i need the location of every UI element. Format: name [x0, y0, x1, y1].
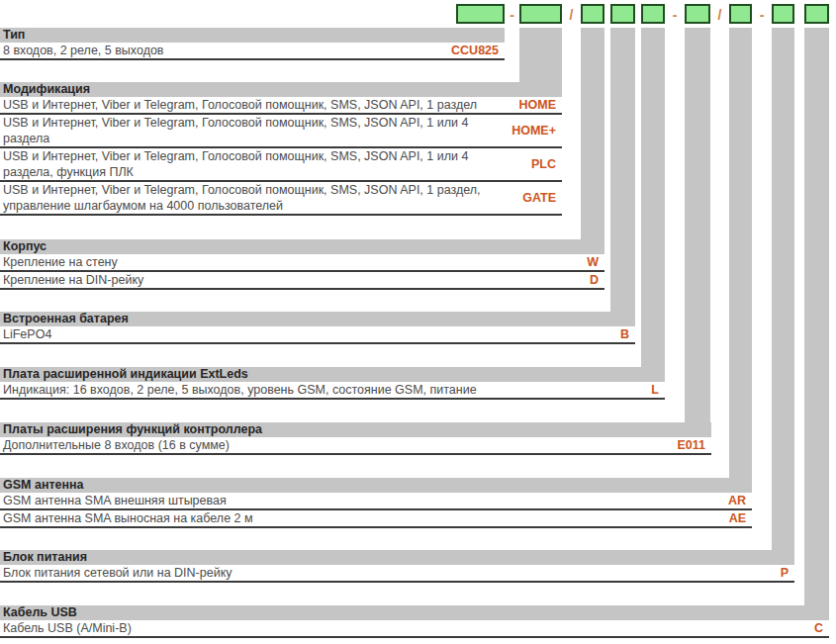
option-row: Блок питания сетевой или на DIN-рейку P	[0, 565, 794, 583]
section-title: Плата расширенной индикации ExtLeds	[0, 367, 665, 382]
section-power: Блок питания Блок питания сетевой или на…	[0, 550, 794, 583]
option-description: GSM антенна SMA внешняя штыревая	[0, 493, 722, 508]
option-row: GSM антенна SMA внешняя штыревая AR	[0, 493, 752, 510]
code-segment-box-enclosure	[581, 4, 604, 24]
section-enclosure: Корпус Крепление на стену W Крепление на…	[0, 239, 604, 290]
connector-column-power	[772, 28, 794, 550]
section-title: GSM антенна	[0, 478, 752, 493]
code-separator: -	[752, 4, 772, 28]
connector-column-expansion	[685, 28, 710, 422]
section-title: Корпус	[0, 239, 604, 254]
section-title: Блок питания	[0, 550, 794, 565]
code-segment-box-type	[456, 4, 505, 24]
code-segment-box-extleds	[641, 4, 665, 24]
option-code: B	[614, 327, 635, 341]
option-description: 8 входов, 2 реле, 5 выходов	[0, 43, 445, 58]
section-type: Тип 8 входов, 2 реле, 5 выходов CCU825	[0, 28, 505, 60]
option-row: Крепление на DIN-рейку D	[0, 272, 604, 290]
option-code: AR	[722, 494, 752, 507]
code-segment-box-expansion	[685, 4, 710, 24]
option-description: USB и Интернет, Viber и Telegram, Голосо…	[0, 148, 525, 180]
option-description: Кабель USB (A/Mini-B)	[0, 620, 808, 636]
option-row: Дополнительные 8 входов (16 в сумме) E01…	[0, 437, 711, 455]
option-code: GATE	[516, 191, 562, 205]
option-code: HOME	[513, 98, 563, 112]
connector-column-modification	[519, 28, 562, 82]
option-code: C	[808, 621, 829, 635]
option-row: USB и Интернет, Viber и Telegram, Голосо…	[0, 148, 562, 182]
option-description: Блок питания сетевой или на DIN-рейку	[0, 565, 775, 581]
option-description: Индикация: 16 входов, 2 реле, 5 выходов,…	[0, 382, 645, 398]
code-segment-box-power	[772, 4, 794, 24]
option-code: L	[645, 383, 665, 397]
code-segment-box-antenna	[729, 4, 752, 24]
option-description: Крепление на DIN-рейку	[0, 272, 584, 288]
option-code: AE	[723, 511, 752, 525]
code-segment-box-modification	[519, 4, 562, 24]
option-description: USB и Интернет, Viber и Telegram, Голосо…	[0, 97, 513, 113]
connector-column-enclosure	[581, 28, 604, 239]
option-code: W	[581, 255, 604, 269]
code-segment-box-usb	[804, 4, 829, 24]
option-description: USB и Интернет, Viber и Telegram, Голосо…	[0, 115, 506, 146]
section-title: Тип	[0, 28, 505, 43]
section-extleds: Плата расширенной индикации ExtLeds Инди…	[0, 367, 665, 400]
connector-column-antenna	[729, 28, 752, 478]
option-description: GSM антенна SMA выносная на кабеле 2 м	[0, 510, 723, 526]
section-modification: Модификация USB и Интернет, Viber и Tele…	[0, 82, 562, 216]
section-antenna: GSM антенна GSM антенна SMA внешняя штыр…	[0, 478, 752, 528]
option-code: E011	[671, 438, 711, 452]
option-row: USB и Интернет, Viber и Telegram, Голосо…	[0, 115, 562, 148]
option-row: Крепление на стену W	[0, 254, 604, 272]
section-title: Кабель USB	[0, 605, 829, 620]
option-description: LiFePO4	[0, 326, 614, 342]
code-segment-box-battery	[610, 4, 635, 24]
option-row: Индикация: 16 входов, 2 реле, 5 выходов,…	[0, 382, 665, 400]
option-description: Дополнительные 8 входов (16 в сумме)	[0, 437, 671, 453]
connector-column-usb	[804, 28, 829, 605]
option-code: D	[584, 273, 604, 287]
option-row: USB и Интернет, Viber и Telegram, Голосо…	[0, 97, 562, 115]
option-row: Кабель USB (A/Mini-B) C	[0, 620, 829, 638]
connector-column-extleds	[641, 28, 665, 367]
section-title: Модификация	[0, 82, 562, 97]
option-row: LiFePO4 B	[0, 326, 635, 344]
code-separator: /	[562, 4, 581, 28]
section-usb-cable: Кабель USB Кабель USB (A/Mini-B) C	[0, 605, 829, 638]
ordering-code-diagram: - / - / - Тип 8 входов, 2 реле, 5 выходо…	[0, 0, 836, 644]
option-code: PLC	[525, 157, 562, 171]
connector-column-battery	[610, 28, 635, 312]
code-separator: -	[505, 4, 519, 28]
option-row: USB и Интернет, Viber и Telegram, Голосо…	[0, 182, 562, 216]
option-description: USB и Интернет, Viber и Telegram, Голосо…	[0, 182, 516, 214]
option-code: HOME+	[506, 124, 562, 138]
option-code: CCU825	[445, 44, 505, 57]
section-title: Платы расширения функций контроллера	[0, 422, 711, 437]
section-battery: Встроенная батарея LiFePO4 B	[0, 312, 635, 344]
option-row: GSM антенна SMA выносная на кабеле 2 м A…	[0, 510, 752, 528]
section-expansion: Платы расширения функций контроллера Доп…	[0, 422, 711, 455]
option-row: 8 входов, 2 реле, 5 выходов CCU825	[0, 43, 505, 60]
code-separator: /	[710, 4, 729, 28]
section-title: Встроенная батарея	[0, 312, 635, 326]
option-code: P	[775, 566, 794, 580]
option-description: Крепление на стену	[0, 254, 581, 270]
code-separator: -	[665, 4, 685, 28]
